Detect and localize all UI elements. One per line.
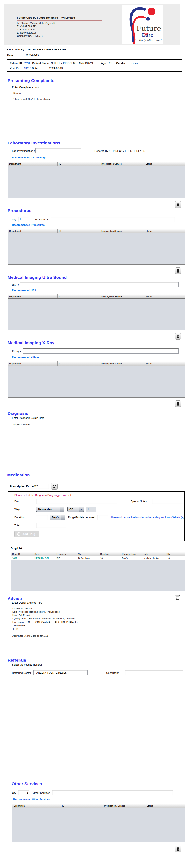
uss-table-header: Department ID Investigation/Service Stat… <box>8 294 185 299</box>
column-header: Status <box>144 162 185 166</box>
recommended-xrays-link[interactable]: Recommended X-Rays <box>12 356 187 359</box>
company-name: Future Care by Future Holdings (Pty) Lim… <box>17 16 102 21</box>
special-notes-label: Special Notes : <box>130 500 150 503</box>
patient-row-2: Visit ID : 13615 Date : 2024-06-13 <box>10 67 179 70</box>
lab-delete-button[interactable] <box>175 201 181 208</box>
recommended-procedures-link[interactable]: Recommended Procedures <box>12 223 187 226</box>
recommended-other-services-link[interactable]: Recommended Other Services <box>13 798 187 801</box>
advice-delete-button[interactable] <box>174 593 181 601</box>
other-services-qty-input[interactable] <box>18 790 29 796</box>
other-services-label: Other Services : <box>31 792 52 795</box>
diagnosis-textarea[interactable]: Impress Varices <box>12 421 185 464</box>
company-number: Company No.8417652-2 <box>17 34 102 38</box>
other-services-delete-button[interactable] <box>175 846 181 852</box>
company-phone2: T: +24 84 225 252 <box>17 28 102 31</box>
future-care-logo-graphic: Future Care Body Mind Soul <box>122 5 163 44</box>
trash-icon <box>176 847 180 851</box>
complaints-textarea[interactable]: Review 1 lymp node 2.65 x1.04 Inguinal a… <box>12 91 185 129</box>
uss-delete-button[interactable] <box>175 333 181 340</box>
visit-date-label: Date : <box>31 67 49 70</box>
way-select[interactable]: Before Meal ▼ <box>36 506 64 512</box>
drug-input[interactable] <box>36 499 117 504</box>
refferal-list-box[interactable] <box>12 678 185 775</box>
procedures-table: Department ID Investigation/Service Stat… <box>8 229 185 265</box>
column-header: Status <box>144 294 185 299</box>
column-header: Department <box>8 162 58 166</box>
procedures-input[interactable] <box>51 217 175 222</box>
reffering-doctor-input[interactable] <box>33 670 88 676</box>
way-selected-value: Before Meal <box>36 507 60 512</box>
recommended-lab-link[interactable]: Recommended Lab Testings <box>12 156 187 159</box>
procedures-qty-input[interactable] <box>18 217 29 222</box>
other-services-title: Other Services <box>12 781 187 786</box>
uss-table-body <box>8 299 185 330</box>
procedures-table-header: Department ID Investigation/Service Stat… <box>8 229 185 233</box>
chevron-down-icon: ▼ <box>79 507 84 512</box>
ultrasound-title: Medical Imaging Ultra Sound <box>8 275 187 280</box>
per-meal-input[interactable] <box>97 515 108 520</box>
drug-table-header: Drug ID Drug Fequency Way Duration Durat… <box>11 552 185 556</box>
uss-input[interactable] <box>20 282 179 287</box>
trash-icon <box>176 402 180 406</box>
logo-word-care: Care <box>141 32 153 38</box>
column-header: ID <box>58 294 100 299</box>
other-services-qty-label: Qty : <box>12 792 18 795</box>
consultant-input[interactable] <box>125 670 183 676</box>
visit-id-label: Visit ID : <box>10 67 24 70</box>
xray-title: Medical Imaging X-Ray <box>8 340 187 345</box>
column-header: Investigation/Service <box>100 162 144 166</box>
procedures-table-body <box>8 233 185 265</box>
column-header: Department <box>8 362 58 366</box>
special-notes-input[interactable] <box>152 499 184 504</box>
recommended-uss-link[interactable]: Recommended USS <box>12 289 187 292</box>
frequency-selected-value: OD <box>68 507 79 512</box>
column-header: ID <box>61 804 102 808</box>
visit-id-value: 13615 <box>24 67 31 70</box>
other-services-table: Department ID Investigation / Service St… <box>12 804 185 842</box>
diagnosis-label: Enter Diagnosis Details Here <box>12 417 187 420</box>
xray-table-body <box>8 366 185 397</box>
presenting-complaints-title: Presenting Complaints <box>8 78 187 83</box>
total-label: Total : <box>14 524 36 527</box>
duration-label: Duration : <box>14 516 36 519</box>
column-header: Investigation/Service <box>100 294 144 299</box>
prescription-refresh-button[interactable] <box>51 483 58 490</box>
xrays-label: X-Rays : <box>12 350 23 353</box>
add-drug-button[interactable]: Add Drug <box>14 531 39 537</box>
advice-textarea[interactable]: Do test for check up: Lipid Profile (or … <box>11 606 185 651</box>
consultation-date-line: Date : 2024-06-13 <box>7 54 187 57</box>
way-qty-input <box>86 507 96 512</box>
other-services-input[interactable] <box>52 790 173 796</box>
reffering-doctor-label: Reffering Doctor <box>12 672 32 675</box>
drug-id-link[interactable]: 1462 <box>11 556 33 560</box>
advice-label: Enter Doctor's Advice Here <box>12 601 187 604</box>
trash-icon <box>176 203 180 207</box>
column-header: Way <box>77 552 99 556</box>
drug-qty-cell: 1.0 <box>165 556 185 560</box>
duration-unit-select[interactable]: Day/s ▼ <box>50 515 65 520</box>
diagnosis-title: Diagnosis <box>8 411 187 416</box>
column-header: Investigation/Service <box>100 229 144 233</box>
add-drug-label: Add Drug <box>22 532 35 536</box>
drug-frequency-cell: BID <box>55 556 77 560</box>
consultation-page: Future Care by Future Holdings (Pty) Lim… <box>0 4 187 868</box>
other-services-table-body <box>12 808 185 842</box>
fraction-note: Please add as decimal numbers when addin… <box>111 516 184 519</box>
xrays-input[interactable] <box>23 348 179 354</box>
logo-word-future: Future <box>136 24 161 32</box>
frequency-select[interactable]: OD ▼ <box>67 506 84 512</box>
lab-investigation-input[interactable] <box>35 148 81 153</box>
column-header: Department <box>12 804 61 808</box>
column-header: ID <box>58 162 100 166</box>
company-info: Future Care by Future Holdings (Pty) Lim… <box>4 4 102 45</box>
xray-delete-button[interactable] <box>175 400 181 407</box>
total-input[interactable] <box>36 523 66 528</box>
drug-name-link[interactable]: HEPARIN GEL <box>33 556 55 560</box>
laboratory-title: Laboratory Investigations <box>8 141 187 146</box>
advice-title: Advice <box>8 596 22 601</box>
duration-input[interactable] <box>36 515 48 520</box>
procedures-delete-button[interactable] <box>175 268 181 274</box>
prescription-id-input[interactable] <box>31 484 49 489</box>
patient-name-label: Patient Name : <box>30 62 51 65</box>
column-header: Drug ID <box>11 552 33 556</box>
